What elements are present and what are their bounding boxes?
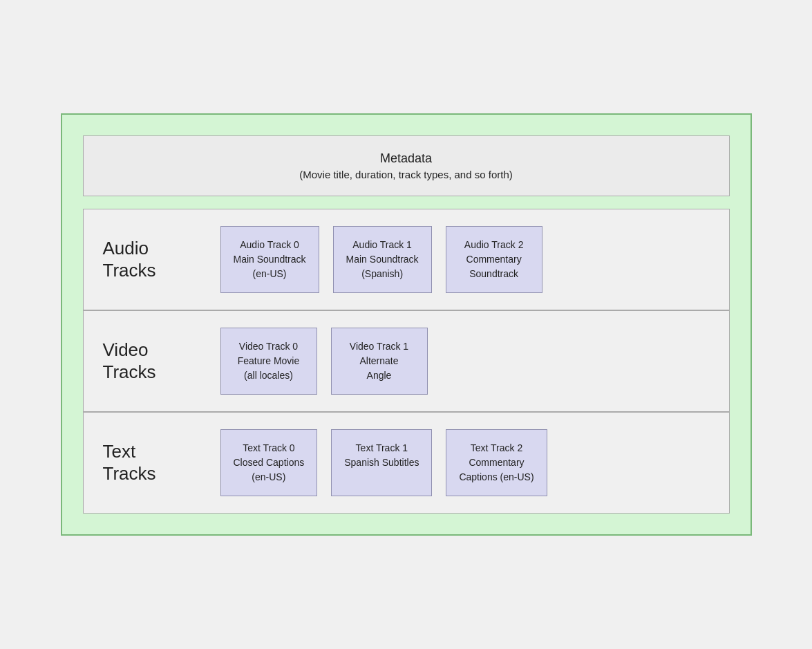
metadata-subtitle: (Movie title, duration, track types, and…: [97, 169, 715, 180]
video-track-1-card: Video Track 1AlternateAngle: [331, 328, 428, 395]
text-track-0-card: Text Track 0Closed Captions(en-US): [220, 429, 318, 496]
sections-container: Audio TracksAudio Track 0Main Soundtrack…: [83, 209, 730, 514]
video-track-0-card: Video Track 0Feature Movie(all locales): [220, 328, 317, 395]
text-track-2-card: Text Track 2CommentaryCaptions (en-US): [446, 429, 547, 496]
audio-track-1-card: Audio Track 1Main Soundtrack(Spanish): [333, 226, 432, 293]
text-tracks-tracks-row: Text Track 0Closed Captions(en-US)Text T…: [220, 429, 547, 496]
metadata-title: Metadata: [97, 151, 715, 166]
audio-tracks-tracks-row: Audio Track 0Main Soundtrack(en-US)Audio…: [220, 226, 542, 293]
audio-track-0-card: Audio Track 0Main Soundtrack(en-US): [220, 226, 319, 293]
outer-container: Metadata (Movie title, duration, track t…: [61, 113, 752, 536]
audio-track-2-card: Audio Track 2CommentarySoundtrack: [446, 226, 542, 293]
metadata-box: Metadata (Movie title, duration, track t…: [83, 135, 730, 196]
audio-tracks-label: Audio Tracks: [103, 238, 193, 281]
text-track-1-card: Text Track 1Spanish Subtitles: [331, 429, 432, 496]
text-tracks-section: Text TracksText Track 0Closed Captions(e…: [83, 412, 730, 514]
video-tracks-tracks-row: Video Track 0Feature Movie(all locales)V…: [220, 328, 428, 395]
text-tracks-label: Text Tracks: [103, 441, 193, 484]
audio-tracks-section: Audio TracksAudio Track 0Main Soundtrack…: [83, 209, 730, 310]
video-tracks-section: Video TracksVideo Track 0Feature Movie(a…: [83, 310, 730, 412]
video-tracks-label: Video Tracks: [103, 339, 193, 382]
